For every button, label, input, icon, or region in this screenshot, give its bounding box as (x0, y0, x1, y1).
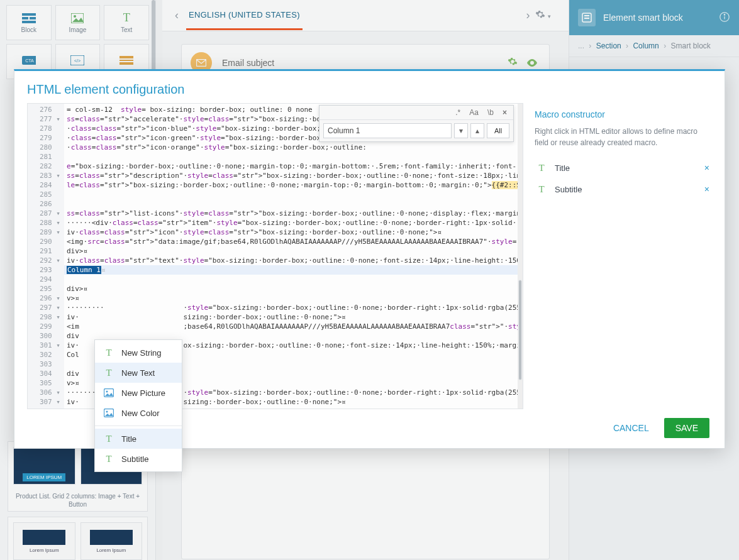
ctx-subtitle[interactable]: TSubtitle (95, 449, 182, 469)
macro-item[interactable]: TTitle× (535, 157, 712, 178)
text-icon: T (103, 453, 115, 465)
image-icon (103, 407, 115, 419)
text-icon: T (103, 432, 115, 445)
svg-point-23 (106, 411, 108, 413)
text-icon: T (103, 366, 115, 379)
svg-point-21 (106, 391, 108, 393)
find-prev-icon[interactable]: ▴ (470, 123, 484, 138)
find-opt-regex[interactable]: .* (453, 107, 463, 118)
text-icon: T (103, 346, 115, 359)
macro-panel: Macro constructor Right click in HTML ed… (523, 103, 712, 409)
image-icon (103, 387, 115, 399)
ctx-label: New String (121, 348, 162, 358)
ctx-new-string[interactable]: TNew String (95, 343, 182, 363)
macro-hint: Right click in HTML editor allows to def… (535, 126, 712, 148)
ctx-new-color[interactable]: New Color (95, 403, 182, 423)
ctx-label: Subtitle (121, 454, 148, 464)
ctx-label: New Picture (121, 388, 165, 398)
find-next-icon[interactable]: ▾ (454, 123, 468, 138)
macro-item-label: Subtitle (555, 185, 582, 194)
save-button[interactable]: SAVE (664, 418, 709, 438)
cancel-button[interactable]: CANCEL (609, 422, 653, 434)
editor-scrollbar[interactable] (518, 104, 523, 409)
find-panel: .* Aa \b × ▾ ▴ All (319, 105, 514, 142)
ctx-label: New Color (121, 409, 160, 418)
macro-item-label: Title (555, 163, 570, 173)
text-icon: T (535, 161, 548, 175)
editor-gutter: 276 277 ▾ 278 279 280 281 282 283 ▾ 284 … (28, 104, 64, 409)
macro-item[interactable]: TSubtitle× (535, 178, 712, 200)
delete-icon[interactable]: × (704, 163, 709, 173)
find-opt-word[interactable]: \b (485, 107, 496, 118)
ctx-title[interactable]: TTitle (95, 429, 182, 449)
find-all-button[interactable]: All (487, 123, 509, 138)
ctx-new-text[interactable]: TNew Text (95, 363, 182, 383)
text-icon: T (535, 182, 548, 196)
ctx-new-picture[interactable]: New Picture (95, 383, 182, 403)
find-close-icon[interactable]: × (500, 107, 509, 118)
find-opt-case[interactable]: Aa (467, 107, 481, 118)
macro-title: Macro constructor (535, 109, 712, 119)
context-menu: TNew StringTNew TextNew PictureNew Color… (94, 339, 182, 472)
ctx-label: New Text (121, 368, 155, 378)
modal-title: HTML element configuration (14, 71, 725, 103)
ctx-label: Title (121, 434, 136, 444)
delete-icon[interactable]: × (704, 184, 709, 194)
find-input[interactable] (323, 123, 452, 138)
